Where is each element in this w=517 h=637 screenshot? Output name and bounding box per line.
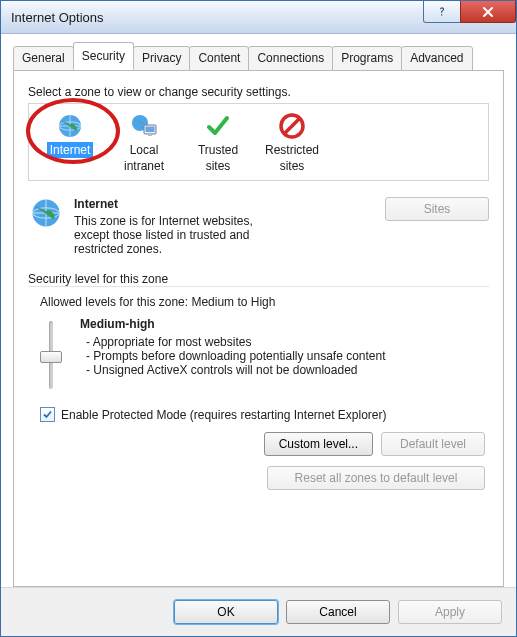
level-buttons: Custom level... Default level — [28, 432, 485, 456]
security-level-label: Security level for this zone — [28, 272, 489, 286]
globe-monitor-icon — [130, 113, 158, 139]
zone-description-text: Internet This zone is for Internet websi… — [74, 197, 375, 256]
button-label: Cancel — [319, 605, 356, 619]
zone-restricted-sites[interactable]: Restricted sites — [257, 112, 327, 174]
reset-all-zones-button[interactable]: Reset all zones to default level — [267, 466, 485, 490]
zone-label-line2: intranet — [121, 158, 167, 174]
zone-instruction: Select a zone to view or change security… — [28, 85, 489, 99]
tab-label: Privacy — [142, 51, 181, 65]
svg-rect-5 — [148, 134, 152, 136]
security-tab-panel: Select a zone to view or change security… — [13, 70, 504, 587]
zone-trusted-sites[interactable]: Trusted sites — [183, 112, 253, 174]
tab-security[interactable]: Security — [73, 42, 134, 70]
zone-desc-line: restricted zones. — [74, 242, 375, 256]
titlebar: Internet Options — [1, 1, 516, 34]
apply-button[interactable]: Apply — [398, 600, 502, 624]
button-label: Custom level... — [279, 437, 358, 451]
zone-label-line1: Restricted — [262, 142, 322, 158]
tab-label: Security — [82, 49, 125, 63]
default-level-button[interactable]: Default level — [381, 432, 485, 456]
custom-level-button[interactable]: Custom level... — [264, 432, 373, 456]
close-icon — [482, 6, 494, 18]
zone-label: Internet — [47, 142, 94, 158]
button-label: Default level — [400, 437, 466, 451]
tab-privacy[interactable]: Privacy — [133, 46, 190, 71]
window-controls — [423, 1, 516, 33]
selected-zone-description: Internet This zone is for Internet websi… — [28, 197, 489, 256]
tab-label: Content — [198, 51, 240, 65]
sites-button[interactable]: Sites — [385, 197, 489, 221]
tab-label: Advanced — [410, 51, 463, 65]
level-bullet: - Appropriate for most websites — [86, 335, 386, 349]
protected-mode-label: Enable Protected Mode (requires restarti… — [61, 408, 387, 422]
level-description: Medium-high - Appropriate for most websi… — [80, 317, 386, 389]
reset-row: Reset all zones to default level — [28, 466, 485, 490]
tab-label: Programs — [341, 51, 393, 65]
level-row: Medium-high - Appropriate for most websi… — [40, 317, 489, 389]
button-label: Sites — [424, 202, 451, 216]
level-name: Medium-high — [80, 317, 386, 331]
zone-list: Internet Local intranet — [28, 103, 489, 181]
globe-icon — [57, 113, 83, 139]
slider-thumb[interactable] — [40, 351, 62, 363]
help-button[interactable] — [423, 1, 461, 23]
globe-icon — [30, 197, 62, 229]
zone-name: Internet — [74, 197, 375, 211]
level-bullet: - Prompts before downloading potentially… — [86, 349, 386, 363]
zone-local-intranet[interactable]: Local intranet — [109, 112, 179, 174]
ok-button[interactable]: OK — [174, 600, 278, 624]
zone-label-line1: Local — [127, 142, 162, 158]
close-button[interactable] — [460, 1, 516, 23]
allowed-levels: Allowed levels for this zone: Medium to … — [40, 295, 489, 309]
zone-label-line1: Trusted — [195, 142, 241, 158]
cancel-button[interactable]: Cancel — [286, 600, 390, 624]
button-label: OK — [217, 605, 234, 619]
zone-label-line2: sites — [203, 158, 234, 174]
security-level-group: Security level for this zone Allowed lev… — [28, 272, 489, 490]
zone-label-line2: sites — [277, 158, 308, 174]
tab-label: Connections — [257, 51, 324, 65]
selected-zone-icon-slot — [28, 197, 64, 229]
tab-strip: General Security Privacy Content Connect… — [13, 42, 504, 70]
tab-label: General — [22, 51, 65, 65]
dialog-button-row: OK Cancel Apply — [1, 587, 516, 636]
button-label: Apply — [435, 605, 465, 619]
protected-mode-checkbox[interactable] — [40, 407, 55, 422]
divider — [28, 286, 489, 287]
tab-connections[interactable]: Connections — [248, 46, 333, 71]
tab-programs[interactable]: Programs — [332, 46, 402, 71]
protected-mode-row: Enable Protected Mode (requires restarti… — [40, 407, 489, 422]
help-icon — [436, 6, 448, 18]
tab-general[interactable]: General — [13, 46, 74, 71]
level-bullet: - Unsigned ActiveX controls will not be … — [86, 363, 386, 377]
dialog-body: General Security Privacy Content Connect… — [1, 34, 516, 587]
svg-line-7 — [285, 119, 299, 133]
tab-advanced[interactable]: Advanced — [401, 46, 472, 71]
zone-desc-line: This zone is for Internet websites, — [74, 214, 375, 228]
check-green-icon — [205, 113, 231, 139]
tab-content[interactable]: Content — [189, 46, 249, 71]
zone-desc-line: except those listed in trusted and — [74, 228, 375, 242]
window-title: Internet Options — [11, 10, 104, 25]
slider-track — [49, 321, 53, 389]
button-label: Reset all zones to default level — [295, 471, 458, 485]
internet-options-dialog: Internet Options General Security Privac… — [0, 0, 517, 637]
security-level-slider[interactable] — [40, 321, 62, 389]
no-entry-icon — [279, 113, 305, 139]
checkmark-icon — [42, 409, 53, 420]
svg-rect-4 — [146, 127, 155, 133]
zone-internet[interactable]: Internet — [35, 112, 105, 174]
